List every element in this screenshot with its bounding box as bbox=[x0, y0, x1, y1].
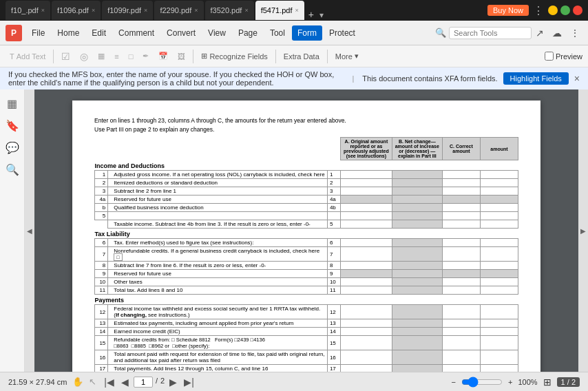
cloud-icon[interactable]: ☁ bbox=[549, 26, 565, 40]
tab-f1096[interactable]: f1096.pdf × bbox=[52, 1, 101, 20]
tab-overflow-icon[interactable]: ▾ bbox=[319, 10, 324, 20]
menu-search-area: 🔍 bbox=[435, 27, 532, 39]
menu-action-icons: ↗ ☁ ⋮ bbox=[533, 26, 582, 40]
table-row: 3 Subtract line 2 from line 1 3 bbox=[95, 187, 518, 196]
table-row: 8 Subtract line 7 from line 6. If the re… bbox=[95, 262, 518, 270]
menu-convert[interactable]: Convert bbox=[161, 25, 201, 41]
tab-f2290[interactable]: f2290.pdf × bbox=[154, 1, 203, 20]
search-glass-icon: 🔍 bbox=[435, 28, 446, 38]
menu-home[interactable]: Home bbox=[52, 25, 85, 41]
buy-now-button[interactable]: Buy Now bbox=[487, 5, 529, 16]
main-layout: ▦ 🔖 💬 🔍 ◀ Enter on lines 1 through 23, c… bbox=[0, 89, 588, 372]
prev-page-button[interactable]: ◀ bbox=[119, 377, 131, 388]
page-indicator-badge: 1 / 2 bbox=[557, 377, 580, 387]
tab-close-icon[interactable]: × bbox=[194, 7, 198, 14]
table-row: 11 Total tax. Add lines 8 and 10 11 bbox=[95, 286, 518, 295]
notification-close-icon[interactable]: × bbox=[574, 73, 580, 84]
toolbar-separator-2 bbox=[193, 50, 193, 63]
search-input[interactable] bbox=[449, 27, 532, 39]
menu-view[interactable]: View bbox=[202, 25, 231, 41]
expand-right-icon: ▶ bbox=[580, 227, 586, 235]
menu-file[interactable]: File bbox=[26, 25, 50, 41]
title-bar-right: Buy Now ⋮ bbox=[487, 4, 582, 17]
preview-checkbox[interactable] bbox=[545, 52, 554, 61]
preview-checkbox-label[interactable]: Preview bbox=[545, 52, 582, 61]
xfa-notice: This document contains XFA form fields. bbox=[362, 74, 497, 83]
col-b-header: B. Net change—amount of increase or (dec… bbox=[392, 138, 442, 160]
table-row: 15 Refundable credits from: □ Schedule 8… bbox=[95, 336, 518, 350]
menu-tool[interactable]: Tool bbox=[264, 25, 291, 41]
tab-close-icon[interactable]: × bbox=[244, 7, 248, 14]
table-row: 5 bbox=[95, 212, 518, 220]
close-button[interactable] bbox=[573, 6, 582, 15]
recognize-fields-button[interactable]: ⊞ Recognize Fields bbox=[197, 50, 271, 63]
thumbnails-icon[interactable]: ▦ bbox=[4, 95, 21, 112]
page-number-input[interactable] bbox=[134, 377, 153, 388]
highlight-fields-button[interactable]: Highlight Fields bbox=[503, 72, 569, 85]
menu-protect[interactable]: Protect bbox=[324, 25, 361, 41]
tab-close-icon[interactable]: × bbox=[92, 7, 95, 14]
menu-page[interactable]: Page bbox=[233, 25, 263, 41]
hand-tool-icon[interactable]: ✋ bbox=[72, 377, 83, 387]
share-icon[interactable]: ↗ bbox=[533, 26, 547, 40]
tab-close-icon[interactable]: × bbox=[144, 7, 147, 14]
search-sidebar-icon[interactable]: 🔍 bbox=[4, 161, 21, 178]
collapse-right-button[interactable]: ▶ bbox=[578, 89, 588, 372]
form-table: A. Original amount reported or as previo… bbox=[94, 137, 518, 372]
add-text-button[interactable]: T Add Text bbox=[6, 50, 50, 63]
zoom-percentage: 100% bbox=[518, 378, 537, 386]
maximize-button[interactable] bbox=[560, 6, 570, 15]
tabs-container: f10_.pdf × f1096.pdf × f1099r.pdf × f229… bbox=[6, 1, 324, 20]
zoom-slider[interactable] bbox=[461, 377, 503, 388]
menu-edit[interactable]: Edit bbox=[86, 25, 112, 41]
toolbar-right: Preview bbox=[545, 52, 582, 61]
pdf-area[interactable]: Enter on lines 1 through 23, columns A t… bbox=[34, 89, 578, 372]
zoom-in-icon[interactable]: + bbox=[508, 378, 512, 386]
tab-add-button[interactable]: + bbox=[306, 9, 317, 20]
tab-f3520[interactable]: f3520.pdf × bbox=[205, 1, 254, 20]
title-bar: f10_.pdf × f1096.pdf × f1099r.pdf × f229… bbox=[0, 0, 588, 21]
page-nav-icons: |◀ ◀ / 2 ▶ ▶| bbox=[102, 377, 196, 388]
tax-section-header: Tax Liability bbox=[95, 229, 518, 239]
fit-page-icon[interactable]: ⊞ bbox=[543, 377, 552, 388]
menu-comment[interactable]: Comment bbox=[113, 25, 160, 41]
left-sidebar: ▦ 🔖 💬 🔍 bbox=[0, 89, 25, 372]
col-d-header: amount bbox=[480, 138, 518, 160]
tab-close-icon[interactable]: × bbox=[295, 7, 299, 14]
share-icon[interactable]: ⋮ bbox=[533, 4, 544, 17]
tab-f5471[interactable]: f5471.pdf × bbox=[255, 1, 304, 20]
first-page-button[interactable]: |◀ bbox=[102, 377, 116, 388]
instruction-2: Use Part III on page 2 to explain any ch… bbox=[94, 126, 518, 133]
toolbar-separator bbox=[53, 50, 54, 63]
more-button[interactable]: More ▾ bbox=[331, 50, 363, 63]
bookmarks-icon[interactable]: 🔖 bbox=[4, 117, 21, 134]
window-controls bbox=[548, 6, 582, 15]
instruction-1: Enter on lines 1 through 23, columns A t… bbox=[94, 117, 518, 124]
table-row: 16 Total amount paid with request for ex… bbox=[95, 350, 518, 365]
table-row: Taxable income. Subtract line 4b from li… bbox=[95, 220, 518, 229]
comments-icon[interactable]: 💬 bbox=[4, 139, 21, 156]
col-c-header: C. Correct amount bbox=[442, 138, 480, 160]
zoom-out-icon[interactable]: − bbox=[452, 378, 456, 386]
collapse-left-button[interactable]: ◀ bbox=[25, 89, 34, 372]
recognize-icon: ⊞ bbox=[201, 52, 207, 61]
total-pages: 2 bbox=[160, 377, 165, 388]
minimize-button[interactable] bbox=[548, 6, 558, 15]
table-row: 1 Adjusted gross income. If a net operat… bbox=[95, 171, 518, 179]
date-icon: 📅 bbox=[154, 50, 172, 63]
extra-data-button[interactable]: Extra Data bbox=[280, 50, 324, 63]
sign-icon: ✒ bbox=[138, 50, 153, 63]
tab-close-icon[interactable]: × bbox=[41, 7, 45, 14]
table-row: 14 Earned income credit (EIC) 14 bbox=[95, 328, 518, 336]
table-row: 2 Itemized deductions or standard deduct… bbox=[95, 179, 518, 187]
cursor-icon[interactable]: ↖ bbox=[89, 377, 96, 387]
next-page-button[interactable]: ▶ bbox=[167, 377, 179, 388]
more-chevron-icon: ▾ bbox=[355, 52, 359, 61]
tab-f10[interactable]: f10_.pdf × bbox=[6, 1, 50, 20]
tab-f1099r[interactable]: f1099r.pdf × bbox=[102, 1, 153, 20]
payments-section-header: Payments bbox=[95, 295, 518, 305]
overflow-icon[interactable]: ⋮ bbox=[567, 26, 582, 40]
app-icon: P bbox=[6, 25, 22, 41]
last-page-button[interactable]: ▶| bbox=[182, 377, 196, 388]
menu-form[interactable]: Form bbox=[292, 25, 322, 41]
